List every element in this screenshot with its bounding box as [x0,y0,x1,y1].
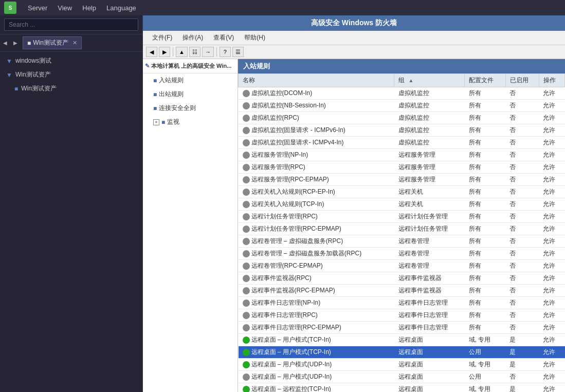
nav-back[interactable]: ◀ [0,38,10,48]
menu-help[interactable]: Help [79,3,99,13]
toolbar-up[interactable]: ▲ [176,47,188,57]
col-enabled[interactable]: 已启用 [505,74,539,87]
table-row[interactable]: 远程事件监视器(RPC-EPMAP) 远程事件监视器 所有 否 允许 [239,285,565,297]
tree-item-connection[interactable]: ■ 连接安全全则 [143,101,238,115]
fw-menu-action[interactable]: 操作(A) [177,32,208,44]
cell-profile: 所有 [465,297,506,309]
table-row[interactable]: 远程关机入站规则(TCP-In) 远程关机 所有 否 允许 [239,198,565,211]
nav-forward[interactable]: ▶ [10,38,21,48]
cell-enabled: 否 [505,235,539,248]
table-row[interactable]: 远程桌面 – 用户模式(TCP-In) 远程桌面 域, 专用 是 允许 [239,334,565,346]
cell-profile: 域, 专用 [465,383,506,393]
cell-name: 远程卷管理 – 虚拟磁盘服务加载器(RPC) [239,248,394,260]
fw-menu-file[interactable]: 文件(F) [147,32,177,44]
cell-group: 虚拟机监控 [394,137,465,149]
cell-action: 允许 [539,161,564,174]
table-row[interactable]: 远程服务管理(RPC) 远程服务管理 所有 否 允许 [239,161,565,174]
table-row[interactable]: 远程事件日志管理(RPC-EPMAP) 远程事件日志管理 所有 否 允许 [239,322,565,334]
cell-enabled: 否 [505,211,539,223]
menu-server[interactable]: Server [25,3,50,13]
toolbar-prop[interactable]: ☰ [232,47,244,57]
cell-profile: 所有 [465,285,506,297]
menu-language[interactable]: Language [103,3,139,13]
table-row[interactable]: 远程桌面 – 远程监控(TCP-In) 远程桌面 域, 专用 是 允许 [239,383,565,393]
sidebar-item-win-asset-sub[interactable]: ■ Win测试资产 [0,82,142,96]
table-row[interactable]: 虚拟机监控(固显请求- ICMPv4-In) 虚拟机监控 所有 否 允许 [239,137,565,149]
sidebar-item-windows-test[interactable]: ▼ windows测试 [0,54,142,68]
table-row[interactable]: 远程事件日志管理(RPC) 远程事件日志管理 所有 否 允许 [239,309,565,322]
col-group[interactable]: 组 ▲ [394,74,465,87]
table-row[interactable]: 虚拟机监控(固显请求 - ICMPv6-In) 虚拟机监控 所有 否 允许 [239,124,565,137]
col-name[interactable]: 名称 [239,74,394,87]
status-icon [243,374,250,381]
table-row[interactable]: 远程桌面 – 用户模式(UDP-In) 远程桌面 公用 否 允许 [239,371,565,383]
table-row[interactable]: 远程事件日志管理(NP-In) 远程事件日志管理 所有 否 允许 [239,297,565,309]
col-profile[interactable]: 配置文件 [465,74,506,87]
tab-close[interactable]: ✕ [72,40,77,46]
cell-profile: 所有 [465,186,506,198]
fw-menu-view[interactable]: 查看(V) [208,32,239,44]
status-icon [243,349,250,356]
monitor-icon: ■ [161,119,165,126]
toolbar-forward[interactable]: ▶ [159,47,170,57]
cell-group: 远程服务管理 [394,161,465,174]
sidebar-subitem-label: Win测试资产 [21,84,57,93]
tab-win-asset[interactable]: ■ Win测试资产 ✕ [23,36,82,49]
cell-enabled: 否 [505,272,539,285]
col-action[interactable]: 操作 [539,74,564,87]
tree-item-monitor[interactable]: + ■ 监视 [143,115,238,129]
table-row[interactable]: 远程卷管理(RPC-EPMAP) 远程卷管理 所有 否 允许 [239,260,565,272]
cell-group: 远程桌面 [394,359,465,371]
toolbar-back[interactable]: ◀ [146,47,157,57]
table-row[interactable]: 远程计划任务管理(RPC) 远程计划任务管理 所有 否 允许 [239,211,565,223]
table-row[interactable]: 远程关机入站规则(RCP-EP-In) 远程关机 所有 否 允许 [239,186,565,198]
tree-root[interactable]: ✎ 本地计算机 上的高级安全 Win... [143,59,238,73]
menu-view[interactable]: View [54,3,75,13]
rules-table-wrap[interactable]: 名称 组 ▲ 配置文件 [238,73,565,392]
cell-profile: 所有 [465,124,506,137]
shield-icon: ■ [153,105,157,112]
search-input[interactable] [4,18,138,31]
cell-name: 远程关机入站规则(RCP-EP-In) [239,186,394,198]
fw-menu-help[interactable]: 帮助(H) [239,32,270,44]
cell-name: 远程桌面 – 用户模式(TCP-In) [239,334,394,346]
tree-item-inbound[interactable]: ■ 入站规则 [143,73,238,87]
status-icon [243,226,250,233]
firewall-rules: 入站规则 名称 组 ▲ [238,59,565,392]
main-content: 高级安全 Windows 防火墙 文件(F) 操作(A) 查看(V) 帮助(H)… [143,15,565,392]
cell-profile: 所有 [465,112,506,124]
table-row[interactable]: 远程桌面 – 用户模式(TCP-In) 远程桌面 公用 是 允许 [239,346,565,359]
table-row[interactable]: 虚拟机监控(NB-Session-In) 虚拟机监控 所有 否 允许 [239,100,565,112]
tree-expand-monitor[interactable]: + [153,119,159,125]
status-icon [243,361,250,368]
cell-action: 允许 [539,87,564,100]
table-row[interactable]: 虚拟机监控(DCOM-In) 虚拟机监控 所有 否 允许 [239,87,565,100]
sidebar-item-label: Win测试资产 [15,70,51,79]
table-row[interactable]: 虚拟机监控(RPC) 虚拟机监控 所有 否 允许 [239,112,565,124]
table-row[interactable]: 远程计划任务管理(RPC-EPMAP) 远程计划任务管理 所有 否 允许 [239,223,565,235]
cell-action: 允许 [539,334,564,346]
table-row[interactable]: 远程卷管理 – 虚拟磁盘服务加载器(RPC) 远程卷管理 所有 否 允许 [239,248,565,260]
toolbar-show[interactable]: ☷ [189,47,201,57]
sidebar: ◀ ▶ ■ Win测试资产 ✕ ▼ windows测试 ▼ Win测试资产 ■ … [0,15,143,392]
top-bar: S Server View Help Language [0,0,565,15]
toolbar-export[interactable]: → [202,47,214,57]
tree-item-outbound[interactable]: ■ 出站规则 [143,87,238,101]
cell-enabled: 否 [505,161,539,174]
sidebar-item-win-asset[interactable]: ▼ Win测试资产 [0,68,142,82]
status-icon [243,201,250,208]
status-icon [243,115,250,122]
table-row[interactable]: 远程服务管理(NP-In) 远程服务管理 所有 否 允许 [239,149,565,161]
table-row[interactable]: 远程事件监视器(RPC) 远程事件监视器 所有 否 允许 [239,272,565,285]
table-header-row: 名称 组 ▲ 配置文件 [239,74,565,87]
shield-icon: ■ [153,91,157,98]
status-icon [243,90,250,97]
toolbar-help[interactable]: ? [220,47,231,57]
cell-enabled: 否 [505,297,539,309]
table-row[interactable]: 远程服务管理(RPC-EPMAP) 远程服务管理 所有 否 允许 [239,174,565,186]
table-row[interactable]: 远程桌面 – 用户模式(UDP-In) 远程桌面 域, 专用 是 允许 [239,359,565,371]
status-icon [243,263,250,270]
cell-group: 远程计划任务管理 [394,211,465,223]
app-logo: S [4,2,16,14]
table-row[interactable]: 远程卷管理 – 虚拟磁盘服务(RPC) 远程卷管理 所有 否 允许 [239,235,565,248]
